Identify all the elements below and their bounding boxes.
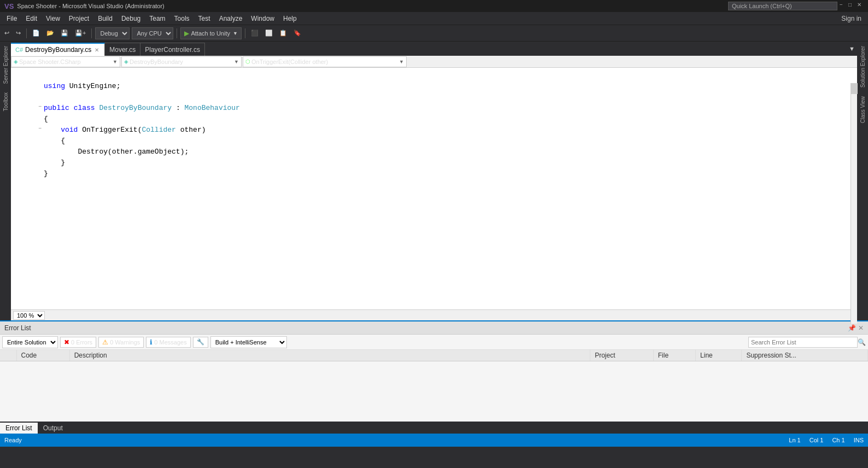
tab-icon-0: C# [15,46,23,53]
toolbar: ↩ ↪ 📄 📂 💾 💾+ Debug Any CPU ▶ Attach to U… [0,25,868,42]
tab-destroybyboundary[interactable]: C# DestroyByBoundary.cs ✕ [11,43,105,56]
method-nav-dropdown[interactable]: ⬡ OnTriggerExit(Collider other) ▼ [243,56,407,67]
scope-select[interactable]: Entire Solution [2,336,58,348]
build-filter-select[interactable]: Build + IntelliSense [210,336,287,348]
right-panels: Solution Explorer Class View [857,42,868,320]
bottom-panel-header: Error List 📌 ✕ [0,321,868,335]
project-icon: ◈ [14,58,18,65]
code-editor[interactable]: using UnityEngine; − public class Destro… [11,68,857,309]
toolbar-sep-4 [245,28,245,38]
menu-debug[interactable]: Debug [117,14,145,24]
redo-button[interactable]: ↪ [14,27,23,39]
class-view-label[interactable]: Class View [859,92,867,127]
status-bar: Ready Ln 1 Col 1 Ch 1 INS [0,434,868,447]
platform-select[interactable]: Any CPU [132,27,173,39]
quick-launch-box[interactable]: Quick Launch (Ctrl+Q) [728,2,837,10]
search-error-icon[interactable]: 🔍 [858,338,866,346]
code-line-3 [11,92,857,103]
tab-bar: C# DestroyByBoundary.cs ✕ Mover.cs Playe… [11,42,857,56]
menu-project[interactable]: Project [64,14,93,24]
error-table[interactable]: Code Description Project File Line Suppr… [0,350,868,422]
fold-btn-method[interactable]: − [38,125,42,133]
col-code[interactable]: Code [16,350,69,361]
status-ln: Ln 1 [789,437,800,443]
status-ch: Ch 1 [832,437,844,443]
project-nav-dropdown[interactable]: ◈ Space Shooter.CSharp ▼ [11,56,120,67]
errors-badge[interactable]: ✖ 0 Errors [60,337,96,348]
save-all-button[interactable]: 💾+ [73,27,88,39]
status-ready: Ready [4,437,22,443]
toolbar-btn-4[interactable]: 🔖 [291,27,303,39]
menu-edit[interactable]: Edit [21,14,42,24]
code-vscrollbar[interactable] [851,83,857,324]
code-line-9: } [11,157,857,168]
dropdown-arrow-icon: ▼ [233,31,238,36]
attach-label: Attach to Unity [191,30,230,37]
menu-build[interactable]: Build [93,14,117,24]
col-project[interactable]: Project [590,350,654,361]
col-line[interactable]: Line [696,350,742,361]
new-project-button[interactable]: 📄 [30,27,42,39]
attach-to-unity-button[interactable]: ▶ Attach to Unity ▼ [180,27,241,39]
menu-window[interactable]: Window [247,14,279,24]
warnings-badge[interactable]: ⚠ 0 Warnings [98,337,144,348]
vs-logo: VS [4,2,14,10]
col-suppression[interactable]: Suppression St... [742,350,868,361]
nav-arrow-2: ▼ [234,59,239,65]
server-explorer-label[interactable]: Server Explorer [2,42,10,88]
method-icon: ⬡ [245,58,250,65]
save-button[interactable]: 💾 [58,27,71,39]
toolbar-btn-3[interactable]: 📋 [277,27,289,39]
editor-container: C# DestroyByBoundary.cs ✕ Mover.cs Playe… [11,42,857,320]
zoom-select[interactable]: 100 % [13,311,45,320]
info-icon: ℹ [150,338,153,346]
toolbar-btn-2[interactable]: ⬜ [263,27,275,39]
menu-tools[interactable]: Tools [170,14,194,24]
menu-file[interactable]: File [2,14,21,24]
menu-team[interactable]: Team [145,14,169,24]
debug-config-select[interactable]: Debug [95,27,130,39]
code-line-10: } [11,168,857,179]
main-layout: Server Explorer Toolbox C# DestroyByBoun… [0,42,868,320]
error-search-input[interactable] [748,337,858,348]
toolbar-sep-2 [91,28,92,38]
status-col: Col 1 [810,437,824,443]
open-button[interactable]: 📂 [44,27,56,39]
col-file[interactable]: File [653,350,695,361]
pin-icon[interactable]: 📌 [848,324,856,332]
close-bottom-icon[interactable]: ✕ [858,324,864,332]
toolbox-label[interactable]: Toolbox [2,88,10,115]
tab-close-0[interactable]: ✕ [93,47,100,53]
live-analysis-icon[interactable]: 🔧 [193,337,208,348]
code-line-7: { [11,136,857,147]
toolbar-btn-1[interactable]: ⬛ [249,27,261,39]
menu-view[interactable]: View [42,14,64,24]
sign-in-button[interactable]: Sign in [837,14,866,24]
code-line-8: Destroy(other.gameObject); [11,147,857,157]
maximize-button[interactable]: □ [848,2,855,8]
fold-btn-class[interactable]: − [38,103,42,111]
minimize-button[interactable]: − [840,2,846,8]
tab-list-button[interactable]: ▼ [847,42,857,56]
menu-test[interactable]: Test [194,14,215,24]
tab-playercontroller[interactable]: PlayerController.cs [140,43,205,56]
tab-error-list[interactable]: Error List [0,423,38,434]
undo-button[interactable]: ↩ [2,27,11,39]
class-nav-dropdown[interactable]: ◈ DestroyByBoundary ▼ [121,56,242,67]
code-line-1 [11,70,857,81]
error-icon: ✖ [64,338,69,346]
status-ins: INS [854,437,864,443]
tab-mover[interactable]: Mover.cs [105,43,140,56]
close-button[interactable]: ✕ [857,2,864,8]
menu-analyze[interactable]: Analyze [215,14,247,24]
tab-label-2: PlayerController.cs [145,46,200,54]
warning-icon: ⚠ [102,338,108,346]
error-list-title: Error List [4,324,31,332]
messages-badge[interactable]: ℹ 0 Messages [146,337,190,348]
scrollbar-thumb[interactable] [851,83,858,94]
solution-explorer-label[interactable]: Solution Explorer [859,42,867,92]
tab-output[interactable]: Output [38,423,68,434]
left-panels: Server Explorer Toolbox [0,42,11,320]
col-description[interactable]: Description [69,350,590,361]
menu-help[interactable]: Help [279,14,301,24]
